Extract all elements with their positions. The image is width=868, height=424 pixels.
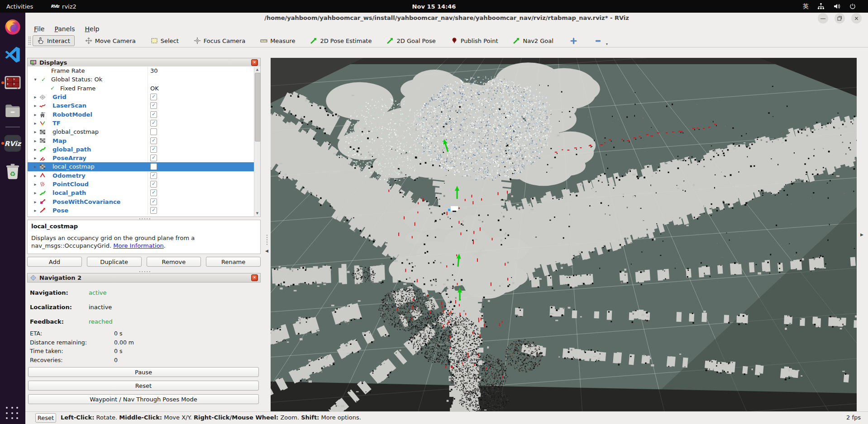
maximize-button[interactable] — [835, 13, 845, 24]
splitter-grip[interactable] — [266, 234, 268, 246]
tool-select[interactable]: Select — [146, 35, 183, 46]
remove-tool-dropdown-icon[interactable]: ▾ — [606, 42, 608, 46]
display-row-posewithcovariance[interactable]: ▸PoseWithCovariance✓ — [28, 197, 260, 206]
expander-closed-icon[interactable]: ▸ — [31, 199, 39, 204]
menu-help[interactable]: Help — [80, 24, 105, 33]
show-applications-button[interactable] — [6, 407, 19, 420]
dock-item-rviz[interactable]: RViz — [0, 129, 25, 157]
panel-splitter-handle[interactable] — [138, 217, 151, 219]
visibility-checkbox[interactable]: ✓ — [150, 137, 157, 144]
visibility-checkbox[interactable]: ✓ — [150, 94, 157, 100]
visibility-checkbox[interactable]: ✓ — [150, 207, 157, 214]
visibility-checkbox[interactable]: ✓ — [150, 198, 157, 205]
remove-tool-button[interactable]: ▾ — [592, 36, 605, 46]
expander-closed-icon[interactable]: ▸ — [31, 129, 39, 134]
add-display-button[interactable]: Add — [27, 257, 82, 267]
display-row-global-status-ok[interactable]: ▾✓Global Status: Ok — [28, 75, 260, 84]
expander-closed-icon[interactable]: ▸ — [31, 138, 39, 143]
displays-panel-header[interactable]: Displays ✕ — [27, 58, 261, 67]
visibility-checkbox[interactable] — [150, 128, 157, 135]
display-row-pointcloud[interactable]: ▸PointCloud✓ — [28, 180, 260, 188]
display-row-local-path[interactable]: ▸local_path✓ — [28, 188, 260, 197]
collapse-right-icon[interactable]: ▶ — [860, 232, 863, 237]
network-icon[interactable] — [817, 3, 825, 10]
dock-item-trash[interactable]: ♻ — [0, 157, 25, 185]
pause-button[interactable]: Pause — [28, 367, 259, 377]
expander-closed-icon[interactable]: ▸ — [31, 190, 39, 195]
visibility-checkbox[interactable]: ✓ — [150, 181, 157, 188]
collapse-left-icon[interactable]: ◀ — [265, 249, 268, 253]
rename-display-button[interactable]: Rename — [206, 257, 261, 267]
tool-focus-camera[interactable]: Focus Camera — [189, 35, 250, 46]
clock[interactable]: Nov 15 14:46 — [0, 3, 868, 10]
display-row-pose[interactable]: ▸Pose✓ — [28, 206, 260, 215]
display-row-posearray[interactable]: ▸PoseArray✓ — [28, 154, 260, 162]
tool-2d-pose-estimate[interactable]: 2D Pose Estimate — [305, 35, 376, 46]
dock-item-firefox[interactable] — [0, 13, 25, 41]
menu-file[interactable]: File — [29, 24, 49, 33]
display-row-odometry[interactable]: ▸Odometry✓ — [28, 171, 260, 180]
more-information-link[interactable]: More Information — [113, 242, 164, 249]
scrollbar-thumb[interactable] — [255, 73, 261, 141]
display-row-fixed-frame[interactable]: ✓Fixed FrameOK — [28, 84, 260, 93]
expander-closed-icon[interactable]: ▸ — [31, 121, 39, 126]
display-row-map[interactable]: ▸Map✓ — [28, 136, 260, 145]
dock-item-terminator[interactable] — [0, 69, 25, 97]
tool-interact[interactable]: Interact — [33, 35, 75, 46]
expander-closed-icon[interactable]: ▸ — [31, 112, 39, 117]
volume-icon[interactable] — [833, 3, 840, 10]
reset-button[interactable]: Reset — [28, 381, 259, 391]
toolbar-drag-handle[interactable] — [28, 36, 31, 45]
visibility-checkbox[interactable]: ✓ — [150, 155, 157, 161]
close-button[interactable]: ✕ — [851, 13, 862, 24]
add-tool-button[interactable] — [568, 36, 580, 46]
scroll-up-icon[interactable]: ▲ — [254, 67, 260, 72]
panel-splitter-handle[interactable] — [138, 269, 151, 272]
scroll-down-icon[interactable]: ▼ — [254, 211, 260, 216]
expander-closed-icon[interactable]: ▸ — [31, 103, 39, 108]
menu-panels[interactable]: Panels — [49, 24, 80, 33]
visibility-checkbox[interactable] — [150, 163, 157, 170]
dock-item-files[interactable] — [0, 97, 25, 125]
display-row-global-path[interactable]: ▸global_path✓ — [28, 145, 260, 154]
expander-closed-icon[interactable]: ▸ — [31, 94, 39, 99]
minimize-button[interactable]: — — [818, 13, 828, 24]
waypoint-nav-through-poses-mode-button[interactable]: Waypoint / Nav Through Poses Mode — [28, 394, 259, 404]
expander-closed-icon[interactable]: ▸ — [31, 173, 39, 178]
3d-viewport-canvas[interactable] — [271, 58, 857, 411]
window-titlebar[interactable]: /home/yahboom/yahboomcar_ws/install/yahb… — [25, 13, 868, 24]
display-row-global-costmap[interactable]: ▸global_costmap — [28, 127, 260, 136]
visibility-checkbox[interactable]: ✓ — [150, 120, 157, 127]
tool-nav2-goal[interactable]: Nav2 Goal — [508, 35, 558, 46]
expander-closed-icon[interactable]: ▸ — [31, 147, 39, 152]
tool-measure[interactable]: Measure — [256, 35, 300, 46]
expander-closed-icon[interactable]: ▸ — [31, 155, 39, 160]
tool-move-camera[interactable]: Move Camera — [81, 35, 140, 46]
panel-viewport-splitter[interactable]: ◀ — [262, 58, 271, 411]
display-row-tf[interactable]: ▸TF✓ — [28, 119, 260, 127]
expander-closed-icon[interactable]: ▸ — [31, 182, 39, 187]
visibility-checkbox[interactable]: ✓ — [150, 102, 157, 109]
power-icon[interactable] — [849, 3, 856, 10]
visibility-checkbox[interactable]: ✓ — [150, 146, 157, 153]
tool-2d-goal-pose[interactable]: 2D Goal Pose — [382, 35, 440, 46]
expander-closed-icon[interactable]: ▸ — [31, 164, 39, 169]
visibility-checkbox[interactable]: ✓ — [150, 111, 157, 118]
input-method-indicator[interactable]: 英 — [803, 2, 809, 10]
visibility-checkbox[interactable]: ✓ — [150, 172, 157, 179]
reset-view-button[interactable]: Reset — [35, 413, 56, 423]
3d-viewport[interactable] — [271, 58, 857, 411]
remove-display-button[interactable]: Remove — [147, 257, 201, 267]
navigation2-panel-header[interactable]: Navigation 2 ✕ — [27, 273, 261, 283]
display-row-grid[interactable]: ▸Grid✓ — [28, 93, 260, 101]
navigation2-panel-close-icon[interactable]: ✕ — [251, 274, 258, 281]
duplicate-display-button[interactable]: Duplicate — [87, 257, 142, 267]
tool-publish-point[interactable]: Publish Point — [446, 35, 503, 46]
expander-closed-icon[interactable]: ▸ — [31, 208, 39, 213]
displays-tree-scrollbar[interactable]: ▲ ▼ — [254, 67, 260, 216]
displays-panel-close-icon[interactable]: ✕ — [251, 59, 258, 66]
display-row-frame-rate[interactable]: Frame Rate30 — [28, 66, 260, 75]
expander-open-icon[interactable]: ▾ — [31, 77, 39, 82]
display-row-robotmodel[interactable]: ▸RobotModel✓ — [28, 110, 260, 118]
dock-item-vscode[interactable] — [0, 41, 25, 69]
